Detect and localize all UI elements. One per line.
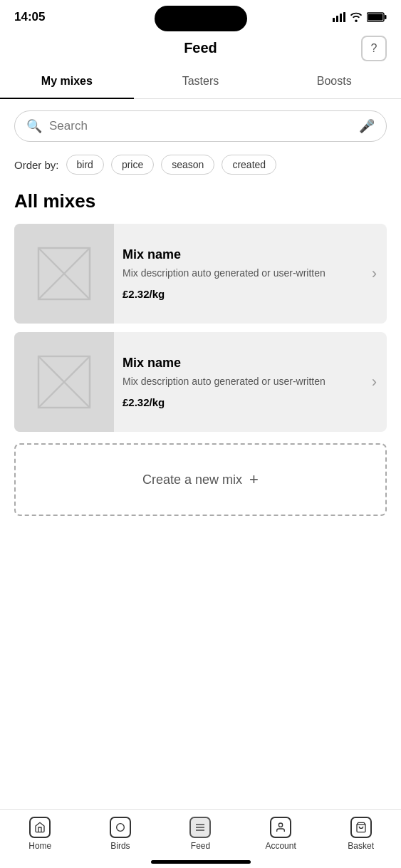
nav-item-account[interactable]: Account bbox=[259, 817, 302, 851]
nav-label-feed: Feed bbox=[191, 841, 210, 851]
search-bar: 🔍 🎤 bbox=[14, 110, 387, 142]
svg-rect-6 bbox=[368, 14, 383, 21]
basket-icon bbox=[355, 822, 367, 833]
create-new-mix-button[interactable]: Create a new mix + bbox=[14, 443, 387, 516]
birds-nav-icon bbox=[110, 817, 131, 838]
signal-icon bbox=[333, 12, 345, 22]
basket-nav-icon bbox=[350, 817, 372, 838]
order-chip-bird[interactable]: bird bbox=[66, 155, 104, 175]
svg-rect-1 bbox=[336, 16, 338, 22]
bottom-nav: Home Birds Feed Account bbox=[0, 809, 401, 868]
microphone-icon[interactable]: 🎤 bbox=[359, 118, 375, 134]
search-input[interactable] bbox=[49, 119, 352, 133]
mix-thumbnail bbox=[14, 332, 114, 432]
search-container: 🔍 🎤 bbox=[0, 99, 401, 149]
svg-rect-0 bbox=[333, 18, 335, 22]
tab-tasters[interactable]: Tasters bbox=[134, 65, 268, 99]
tab-my-mixes[interactable]: My mixes bbox=[0, 65, 134, 99]
mix-thumbnail bbox=[14, 224, 114, 324]
account-nav-icon bbox=[270, 817, 291, 838]
nav-label-home: Home bbox=[28, 841, 51, 851]
create-mix-label: Create a new mix bbox=[142, 472, 242, 487]
order-chip-created[interactable]: created bbox=[222, 155, 276, 175]
plus-icon: + bbox=[249, 470, 259, 489]
mix-price: £2.32/kg bbox=[123, 288, 363, 300]
page-header: Feed ? bbox=[0, 31, 401, 65]
tab-bar: My mixes Tasters Boosts bbox=[0, 65, 401, 99]
chevron-right-icon: › bbox=[372, 224, 387, 324]
help-icon: ? bbox=[371, 42, 377, 55]
home-nav-icon bbox=[29, 817, 51, 838]
nav-item-basket[interactable]: Basket bbox=[340, 817, 382, 851]
help-button[interactable]: ? bbox=[361, 36, 387, 61]
nav-item-feed[interactable]: Feed bbox=[179, 817, 222, 851]
svg-rect-3 bbox=[343, 12, 345, 22]
feed-icon bbox=[194, 822, 206, 833]
placeholder-image-icon bbox=[36, 245, 93, 302]
nav-label-basket: Basket bbox=[348, 841, 374, 851]
mix-description: Mix description auto generated or user-w… bbox=[123, 375, 363, 389]
page-title: Feed bbox=[184, 40, 217, 56]
search-icon: 🔍 bbox=[26, 118, 42, 134]
order-chip-price[interactable]: price bbox=[111, 155, 154, 175]
mix-info: Mix name Mix description auto generated … bbox=[114, 332, 372, 432]
tab-boosts[interactable]: Boosts bbox=[267, 65, 401, 99]
mix-info: Mix name Mix description auto generated … bbox=[114, 224, 372, 324]
wifi-icon bbox=[350, 12, 363, 22]
feed-nav-icon bbox=[189, 817, 211, 838]
svg-rect-5 bbox=[385, 15, 387, 19]
home-indicator bbox=[151, 860, 251, 864]
nav-item-home[interactable]: Home bbox=[19, 817, 61, 851]
dynamic-island bbox=[155, 6, 247, 31]
nav-label-account: Account bbox=[265, 841, 296, 851]
mix-name: Mix name bbox=[123, 356, 363, 371]
order-chip-season[interactable]: season bbox=[161, 155, 214, 175]
mix-card[interactable]: Mix name Mix description auto generated … bbox=[14, 224, 387, 324]
mix-name: Mix name bbox=[123, 247, 363, 262]
order-by-row: Order by: bird price season created bbox=[0, 149, 401, 183]
svg-point-17 bbox=[278, 823, 282, 827]
order-by-label: Order by: bbox=[14, 159, 59, 171]
mix-list: Mix name Mix description auto generated … bbox=[0, 224, 401, 432]
mix-description: Mix description auto generated or user-w… bbox=[123, 267, 363, 281]
section-title: All mixes bbox=[0, 183, 401, 224]
status-icons bbox=[333, 12, 387, 22]
mix-card[interactable]: Mix name Mix description auto generated … bbox=[14, 332, 387, 432]
chevron-right-icon: › bbox=[372, 332, 387, 432]
nav-label-birds: Birds bbox=[110, 841, 130, 851]
placeholder-image-icon bbox=[36, 353, 93, 410]
home-icon bbox=[34, 822, 46, 833]
mix-price: £2.32/kg bbox=[123, 396, 363, 408]
account-icon bbox=[275, 822, 286, 833]
status-time: 14:05 bbox=[14, 10, 45, 24]
svg-rect-2 bbox=[340, 14, 342, 22]
nav-item-birds[interactable]: Birds bbox=[99, 817, 142, 851]
birds-icon bbox=[115, 822, 126, 833]
battery-icon bbox=[367, 12, 387, 22]
svg-point-13 bbox=[117, 824, 125, 832]
